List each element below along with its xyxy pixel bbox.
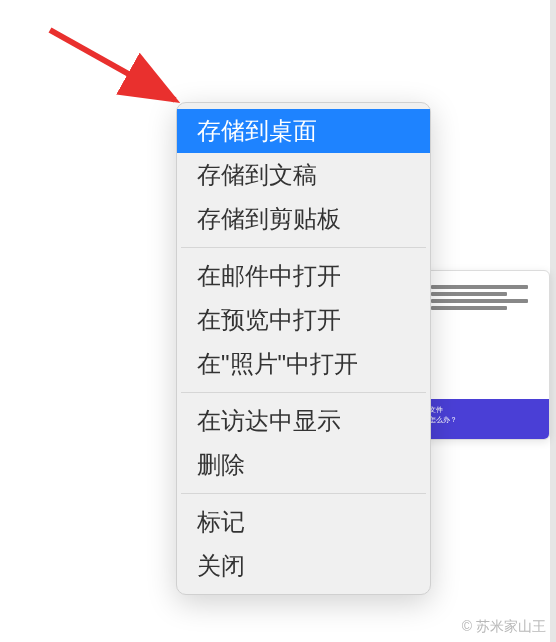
svg-line-1 bbox=[50, 30, 175, 100]
menu-delete[interactable]: 删除 bbox=[177, 443, 430, 487]
screenshot-thumbnail[interactable]: 文件 怎么办？ bbox=[420, 270, 550, 440]
thumbnail-banner: 文件 怎么办？ bbox=[421, 399, 549, 439]
watermark-text: © 苏米家山王 bbox=[462, 618, 546, 636]
menu-separator bbox=[181, 392, 426, 393]
menu-separator bbox=[181, 247, 426, 248]
annotation-arrow bbox=[40, 20, 200, 120]
right-edge-border bbox=[550, 0, 556, 642]
menu-open-in-photos[interactable]: 在"照片"中打开 bbox=[177, 342, 430, 386]
menu-separator bbox=[181, 493, 426, 494]
thumbnail-banner-line1: 文件 bbox=[429, 406, 443, 413]
thumbnail-content bbox=[421, 271, 549, 327]
menu-close[interactable]: 关闭 bbox=[177, 544, 430, 588]
menu-save-to-clipboard[interactable]: 存储到剪贴板 bbox=[177, 197, 430, 241]
menu-save-to-desktop[interactable]: 存储到桌面 bbox=[177, 109, 430, 153]
thumbnail-banner-line2: 怎么办？ bbox=[429, 416, 457, 423]
menu-markup[interactable]: 标记 bbox=[177, 500, 430, 544]
menu-save-to-documents[interactable]: 存储到文稿 bbox=[177, 153, 430, 197]
screenshot-context-menu: 存储到桌面存储到文稿存储到剪贴板在邮件中打开在预览中打开在"照片"中打开在访达中… bbox=[176, 102, 431, 595]
menu-show-in-finder[interactable]: 在访达中显示 bbox=[177, 399, 430, 443]
menu-open-in-mail[interactable]: 在邮件中打开 bbox=[177, 254, 430, 298]
menu-open-in-preview[interactable]: 在预览中打开 bbox=[177, 298, 430, 342]
